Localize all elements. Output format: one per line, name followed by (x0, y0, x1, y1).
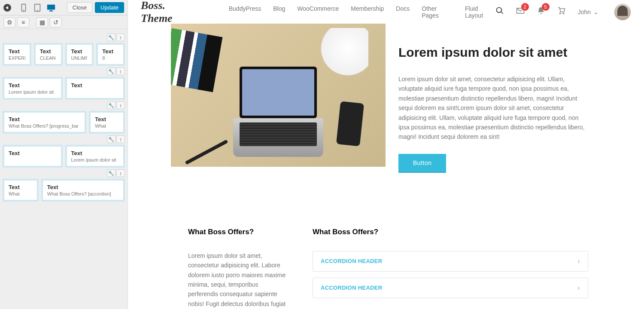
text-widget[interactable]: Text (3, 145, 63, 168)
editor-topbar: Close Update (0, 0, 128, 15)
user-name: John (578, 9, 591, 15)
widget-title: Text (9, 116, 80, 122)
row-actions: 🔧↕ (3, 67, 125, 75)
bell-badge: 5 (542, 3, 550, 11)
editor-sidebar: Close Update ⚙ ≡ ▦ ↺ 🔧↕TextEXPERIETextCL… (0, 0, 128, 309)
accordion-header: ACCORDION HEADER (321, 258, 382, 264)
hero-button[interactable]: Button (398, 154, 446, 172)
text-widget[interactable]: TextWhat (89, 111, 125, 134)
avatar[interactable] (614, 3, 631, 21)
offers-section: What Boss Offers? Lorem ipsum dolor sit … (128, 189, 644, 309)
nav-link[interactable]: WooCommerce (297, 5, 339, 19)
widget-row: TextWhat Boss Offers? [progress_barTextW… (3, 111, 125, 134)
search-icon[interactable] (495, 6, 504, 17)
widget-subtitle: CLEAN (40, 55, 57, 61)
nav-link[interactable]: Docs (396, 5, 410, 19)
user-menu[interactable]: John ⌄ (578, 9, 598, 15)
row-move-icon[interactable]: ↕ (116, 135, 125, 143)
row-move-icon[interactable]: ↕ (116, 169, 125, 177)
hero-title: Lorem ipsum dolor sit amet (398, 45, 618, 60)
row-edit-icon[interactable]: 🔧 (107, 34, 115, 41)
row-actions: 🔧↕ (3, 135, 125, 143)
widget-title: Text (9, 82, 57, 89)
brand-logo[interactable]: Boss. Theme (141, 0, 199, 25)
text-widget[interactable]: Text8 (96, 43, 125, 66)
text-widget[interactable]: TextWhat Boss Offers? [accordion] (41, 179, 125, 202)
accordion-item[interactable]: ACCORDION HEADER› (313, 278, 588, 298)
widget-subtitle: What Boss Offers? [progress_bar (9, 123, 80, 128)
widget-title: Text (102, 48, 119, 55)
preview-pane: Boss. Theme BuddyPressBlogWooCommerceMem… (128, 0, 644, 309)
row-actions: 🔧↕ (3, 101, 125, 109)
editor-topbar-right: Close Update (67, 2, 124, 13)
row-move-icon[interactable]: ↕ (116, 101, 125, 109)
header-right: 2 5 John ⌄ (495, 3, 631, 21)
widget-subtitle: EXPERIE (9, 55, 25, 61)
text-widget[interactable]: TextEXPERIE (3, 43, 31, 66)
svg-rect-5 (50, 10, 52, 11)
widget-row: TextWhatTextWhat Boss Offers? [accordion… (3, 179, 125, 202)
update-button[interactable]: Update (95, 2, 124, 13)
offers-heading: What Boss Offers? (188, 228, 287, 236)
offers-text-col: What Boss Offers? Lorem ipsum dolor sit … (188, 228, 287, 309)
revert-icon[interactable]: ↺ (50, 17, 62, 28)
offers-heading-2: What Boss Offers? (313, 228, 588, 236)
chevron-right-icon: › (577, 257, 580, 265)
main-nav: BuddyPressBlogWooCommerceMembershipDocsO… (229, 5, 495, 19)
device-mobile-icon[interactable] (19, 3, 28, 12)
back-icon[interactable] (3, 4, 11, 12)
widget-row: TextLorem ipsum dolor sitText (3, 77, 125, 100)
row-actions: 🔧↕ (3, 34, 125, 41)
device-tablet-icon[interactable] (33, 3, 42, 12)
cart-icon[interactable] (557, 6, 566, 17)
row-move-icon[interactable]: ↕ (116, 67, 125, 75)
nav-link[interactable]: Other Pages (422, 5, 453, 19)
widget-title: Text (9, 48, 25, 55)
row-edit-icon[interactable]: 🔧 (107, 67, 115, 75)
mail-icon[interactable]: 2 (516, 6, 525, 17)
widget-title: Text (9, 150, 57, 156)
widget-title: Text (9, 184, 33, 190)
editor-rows: 🔧↕TextEXPERIETextCLEANTextUNLIMITText8🔧↕… (0, 29, 128, 309)
nav-link[interactable]: BuddyPress (229, 5, 261, 19)
text-widget[interactable]: TextWhat Boss Offers? [progress_bar (3, 111, 86, 134)
row-move-icon[interactable]: ↕ (116, 34, 125, 41)
editor-topbar-left (3, 3, 56, 12)
widget-title: Text (47, 184, 119, 190)
widget-title: Text (71, 48, 88, 55)
nav-link[interactable]: Blog (273, 5, 285, 19)
settings-icon[interactable]: ⚙ (3, 17, 15, 28)
row-edit-icon[interactable]: 🔧 (107, 169, 115, 177)
layout-icon[interactable]: ▦ (36, 17, 48, 28)
svg-rect-4 (47, 4, 55, 9)
text-widget[interactable]: TextLorem ipsum dolor sit (65, 145, 125, 168)
text-widget[interactable]: TextWhat (3, 179, 39, 202)
list-icon[interactable]: ≡ (17, 17, 29, 28)
text-widget[interactable]: TextUNLIMIT (65, 43, 94, 66)
widget-title: Text (71, 150, 119, 156)
accordion-header: ACCORDION HEADER (321, 285, 382, 291)
widget-title: Text (95, 116, 119, 122)
accordion-item[interactable]: ACCORDION HEADER› (313, 251, 588, 272)
nav-link[interactable]: Membership (351, 5, 384, 19)
site-header: Boss. Theme BuddyPressBlogWooCommerceMem… (128, 0, 644, 24)
widget-subtitle: What Boss Offers? [accordion] (47, 191, 119, 196)
widget-subtitle: 8 (102, 55, 119, 61)
svg-rect-6 (49, 11, 53, 11)
offers-text: Lorem ipsum dolor sit amet, consectetur … (188, 251, 287, 309)
text-widget[interactable]: TextLorem ipsum dolor sit (3, 77, 63, 100)
widget-subtitle: Lorem ipsum dolor sit (9, 89, 57, 95)
editor-toolbar: ⚙ ≡ ▦ ↺ (0, 15, 128, 29)
device-desktop-icon[interactable] (46, 3, 56, 12)
text-widget[interactable]: Text (65, 77, 125, 100)
widget-subtitle: Lorem ipsum dolor sit (71, 157, 119, 162)
row-actions: 🔧↕ (3, 169, 125, 177)
close-button[interactable]: Close (67, 2, 92, 13)
nav-link[interactable]: Fluid Layout (465, 5, 495, 19)
hero-text: Lorem ipsum dolor sit amet Lorem ipsum d… (398, 24, 618, 172)
row-edit-icon[interactable]: 🔧 (107, 135, 115, 143)
text-widget[interactable]: TextCLEAN (34, 43, 63, 66)
widget-row: TextEXPERIETextCLEANTextUNLIMITText8 (3, 43, 125, 66)
bell-icon[interactable]: 5 (537, 6, 545, 17)
row-edit-icon[interactable]: 🔧 (107, 101, 115, 109)
